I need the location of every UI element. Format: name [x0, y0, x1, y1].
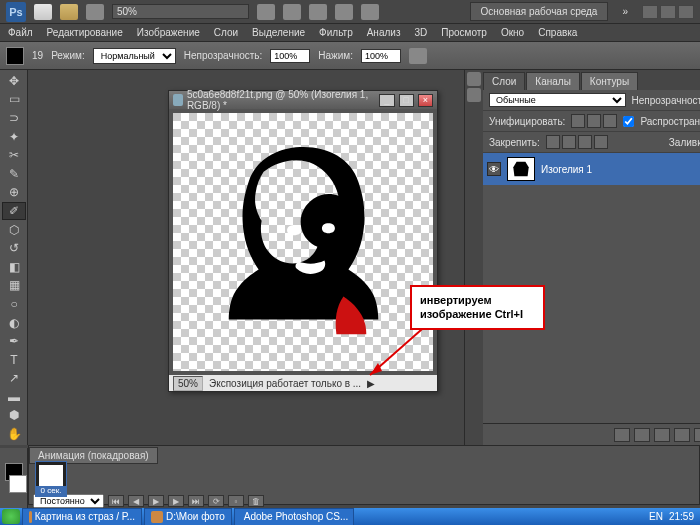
- zoomtool-icon[interactable]: [283, 4, 301, 20]
- clock[interactable]: 21:59: [669, 511, 694, 522]
- menu-edit[interactable]: Редактирование: [47, 27, 123, 38]
- screen-icon[interactable]: [361, 4, 379, 20]
- layer-row[interactable]: 👁 Изогелия 1: [483, 153, 700, 185]
- strip-icon[interactable]: [467, 88, 481, 102]
- start-button[interactable]: [2, 509, 20, 524]
- doc-close[interactable]: ×: [418, 94, 433, 107]
- crop-tool[interactable]: ✂: [2, 146, 26, 164]
- next-frame-icon[interactable]: ▶: [168, 495, 184, 507]
- wand-tool[interactable]: ✦: [2, 128, 26, 146]
- opacity-input[interactable]: [270, 49, 310, 63]
- menu-window[interactable]: Окно: [501, 27, 524, 38]
- last-frame-icon[interactable]: ⏭: [188, 495, 204, 507]
- tab-paths[interactable]: Контуры: [581, 72, 638, 90]
- brush-preview[interactable]: [6, 47, 24, 65]
- prev-frame-icon[interactable]: ◀: [128, 495, 144, 507]
- unify-icon[interactable]: [571, 114, 585, 128]
- tab-channels[interactable]: Каналы: [526, 72, 580, 90]
- menu-image[interactable]: Изображение: [137, 27, 200, 38]
- dodge-tool[interactable]: ◐: [2, 314, 26, 332]
- toolbox: ✥ ▭ ⊃ ✦ ✂ ✎ ⊕ ✐ ⬡ ↺ ◧ ▦ ○ ◐ ✒ T ↗ ▬ ⬢ ✋: [0, 70, 28, 445]
- hand-icon[interactable]: [257, 4, 275, 20]
- brush-tool[interactable]: ✐: [2, 202, 26, 220]
- propagate-checkbox[interactable]: [623, 116, 634, 127]
- app-close[interactable]: [678, 5, 694, 19]
- menu-view[interactable]: Просмотр: [441, 27, 487, 38]
- delete-frame-icon[interactable]: 🗑: [248, 495, 264, 507]
- app-maximize[interactable]: [660, 5, 676, 19]
- history-brush-tool[interactable]: ↺: [2, 239, 26, 257]
- 3d-tool[interactable]: ⬢: [2, 407, 26, 425]
- menu-analysis[interactable]: Анализ: [367, 27, 401, 38]
- unify-icon[interactable]: [603, 114, 617, 128]
- fx-icon[interactable]: [634, 428, 650, 442]
- layer-thumbnail[interactable]: [507, 157, 535, 181]
- zoom-select[interactable]: [112, 4, 249, 19]
- lang-indicator[interactable]: EN: [649, 511, 663, 522]
- doc-minimize[interactable]: _: [379, 94, 394, 107]
- visibility-icon[interactable]: 👁: [487, 162, 501, 176]
- chevrons-icon[interactable]: »: [622, 6, 628, 17]
- doc-zoom[interactable]: 50%: [173, 376, 203, 391]
- menu-layers[interactable]: Слои: [214, 27, 238, 38]
- layer-name[interactable]: Изогелия 1: [541, 164, 592, 175]
- animation-panel: Анимация (покадровая) 0 сек. Постоянно ⏮…: [28, 445, 700, 505]
- new-frame-icon[interactable]: ▫: [228, 495, 244, 507]
- mode-select[interactable]: Нормальный: [93, 48, 176, 64]
- unify-icon[interactable]: [587, 114, 601, 128]
- rotate-icon[interactable]: [309, 4, 327, 20]
- type-tool[interactable]: T: [2, 351, 26, 369]
- layers-footer: [483, 423, 700, 445]
- stamp-tool[interactable]: ⬡: [2, 221, 26, 239]
- view-icon[interactable]: [86, 4, 104, 20]
- new-doc-icon[interactable]: [34, 4, 52, 20]
- lock-pixels-icon[interactable]: [562, 135, 576, 149]
- bridge-icon[interactable]: [60, 4, 78, 20]
- eraser-tool[interactable]: ◧: [2, 258, 26, 276]
- menu-select[interactable]: Выделение: [252, 27, 305, 38]
- flow-input[interactable]: [361, 49, 401, 63]
- gradient-tool[interactable]: ▦: [2, 277, 26, 295]
- blend-mode-select[interactable]: Обычные: [489, 93, 626, 107]
- lock-pos-icon[interactable]: [578, 135, 592, 149]
- shape-tool[interactable]: ▬: [2, 388, 26, 406]
- heal-tool[interactable]: ⊕: [2, 184, 26, 202]
- eyedropper-tool[interactable]: ✎: [2, 165, 26, 183]
- lock-all-icon[interactable]: [594, 135, 608, 149]
- marquee-tool[interactable]: ▭: [2, 91, 26, 109]
- strip-icon[interactable]: [467, 72, 481, 86]
- lasso-tool[interactable]: ⊃: [2, 109, 26, 127]
- first-frame-icon[interactable]: ⏮: [108, 495, 124, 507]
- group-icon[interactable]: [694, 428, 700, 442]
- workspace-button[interactable]: Основная рабочая среда: [470, 2, 609, 21]
- animation-frame[interactable]: 0 сек.: [35, 461, 67, 497]
- pen-tool[interactable]: ✒: [2, 332, 26, 350]
- lock-trans-icon[interactable]: [546, 135, 560, 149]
- arrange-icon[interactable]: [335, 4, 353, 20]
- menu-3d[interactable]: 3D: [414, 27, 427, 38]
- hand-tool[interactable]: ✋: [2, 425, 26, 443]
- frame-time[interactable]: 0 сек.: [36, 486, 66, 496]
- menu-filter[interactable]: Фильтр: [319, 27, 353, 38]
- taskbar-item[interactable]: D:\Мои фото: [144, 508, 232, 526]
- tween-icon[interactable]: ⟳: [208, 495, 224, 507]
- move-tool[interactable]: ✥: [2, 72, 26, 90]
- doc-maximize[interactable]: □: [399, 94, 414, 107]
- mask-icon[interactable]: [654, 428, 670, 442]
- panel-strip: [465, 70, 483, 445]
- adjustment-icon[interactable]: [674, 428, 690, 442]
- path-tool[interactable]: ↗: [2, 370, 26, 388]
- menu-file[interactable]: Файл: [8, 27, 33, 38]
- play-icon[interactable]: ▶: [148, 495, 164, 507]
- document-titlebar[interactable]: 5c0a6e8d8f21t.png @ 50% (Изогелия 1, RGB…: [169, 91, 437, 109]
- taskbar-item[interactable]: Картина из страз / Р...: [22, 508, 142, 526]
- airbrush-icon[interactable]: [409, 48, 427, 64]
- bg-color[interactable]: [9, 475, 27, 493]
- taskbar-item[interactable]: Adobe Photoshop CS...: [234, 508, 354, 526]
- doc-icon: [173, 94, 183, 106]
- menu-help[interactable]: Справка: [538, 27, 577, 38]
- link-icon[interactable]: [614, 428, 630, 442]
- tab-layers[interactable]: Слои: [483, 72, 525, 90]
- app-minimize[interactable]: [642, 5, 658, 19]
- blur-tool[interactable]: ○: [2, 295, 26, 313]
